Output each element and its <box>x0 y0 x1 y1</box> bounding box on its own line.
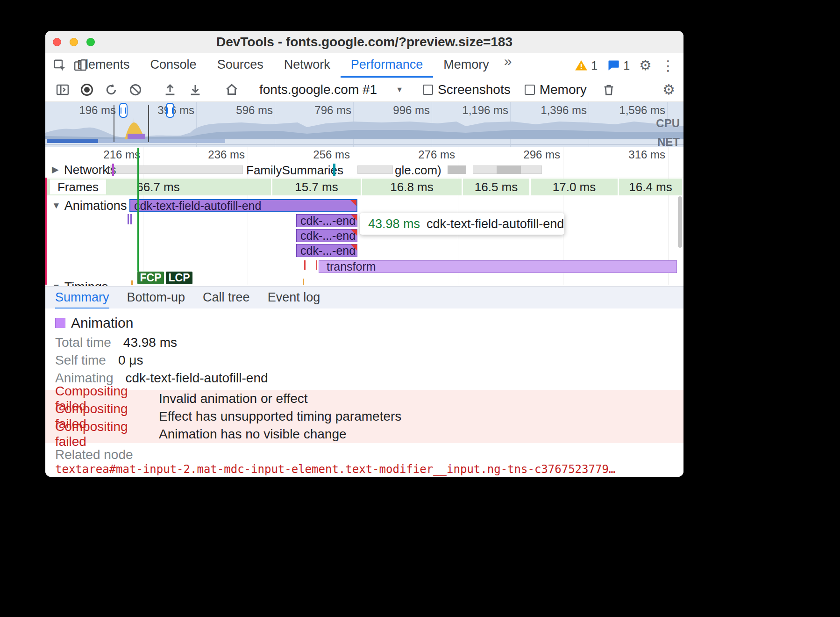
cpu-activity-chart <box>45 114 683 139</box>
overview-marker-line <box>148 105 149 142</box>
warning-description: Animation has no visible change <box>159 427 347 442</box>
overview-time-label: 796 ms <box>288 104 351 117</box>
timings-disclosure-icon[interactable]: ▼ <box>52 282 61 286</box>
memory-checkbox[interactable] <box>525 85 535 95</box>
timeline-overview[interactable]: 196 ms 396 ms 596 ms 796 ms 996 ms 1,196… <box>45 102 683 147</box>
record-icon[interactable] <box>77 80 97 100</box>
tab-event-log[interactable]: Event log <box>268 287 320 309</box>
network-track[interactable]: ▶ Network ts FamilySummaries gle.com) <box>45 162 683 178</box>
animation-bar[interactable]: cdk-...-end <box>296 229 357 242</box>
animation-bar-label: cdk-...-end <box>300 245 356 257</box>
timeline-scrollbar[interactable] <box>678 196 682 248</box>
animation-bar-label: cdk-text-field-autofill-end <box>134 200 261 212</box>
animations-disclosure-icon[interactable]: ▼ <box>52 201 61 211</box>
perf-settings-icon[interactable]: ⚙ <box>662 83 675 97</box>
compositing-warning-icon <box>351 230 357 236</box>
save-profile-icon[interactable] <box>185 80 205 100</box>
tab-call-tree[interactable]: Call tree <box>203 287 250 309</box>
titlebar: DevTools - fonts.google.com/?preview.siz… <box>45 31 683 54</box>
warnings-indicator[interactable]: 1 <box>575 59 598 72</box>
compositing-warnings: Compositing failed Invalid animation or … <box>45 390 683 443</box>
menu-icon[interactable]: ⋮ <box>661 57 675 74</box>
tab-summary[interactable]: Summary <box>55 287 109 309</box>
timeline-panel[interactable]: 216 ms 236 ms 256 ms 276 ms 296 ms 316 m… <box>45 147 683 286</box>
tab-console[interactable]: Console <box>140 53 207 78</box>
network-request-bar[interactable] <box>357 165 393 174</box>
overview-time-label: 1,196 ms <box>445 104 508 117</box>
transform-animation-bar[interactable]: transform <box>319 260 677 273</box>
network-request-bar[interactable] <box>448 165 466 174</box>
network-disclosure-icon[interactable]: ▶ <box>52 164 59 175</box>
animation-bar-label: cdk-...-end <box>300 230 356 242</box>
settings-icon[interactable]: ⚙ <box>639 58 652 72</box>
session-selector[interactable]: fonts.google.com #1 <box>259 82 377 97</box>
network-request-label: FamilySummaries <box>246 163 343 178</box>
load-profile-icon[interactable] <box>160 80 180 100</box>
tab-bottom-up[interactable]: Bottom-up <box>127 287 185 309</box>
screenshots-label: Screenshots <box>438 82 511 97</box>
overview-time-label: 396 ms <box>131 104 194 117</box>
network-request-bar[interactable] <box>108 165 243 174</box>
warning-description: Invalid animation or effect <box>159 391 308 406</box>
screenshots-option[interactable]: Screenshots <box>423 82 511 97</box>
total-time-value: 43.98 ms <box>123 335 177 350</box>
frames-track[interactable]: 66.7 ms 15.7 ms 16.8 ms 16.5 ms 17.0 ms … <box>45 179 683 195</box>
animation-start-tick <box>130 214 132 224</box>
memory-checkbox-label: Memory <box>540 82 587 97</box>
overview-marker-line <box>114 105 114 142</box>
animations-track[interactable]: ▼ Animations cdk-text-field-autofill-end… <box>45 195 683 286</box>
tab-performance[interactable]: Performance <box>341 53 434 78</box>
tab-memory[interactable]: Memory <box>433 53 499 78</box>
chevron-down-icon[interactable]: ▼ <box>396 86 403 94</box>
collect-garbage-icon[interactable] <box>599 80 619 100</box>
compositing-warning-icon <box>351 244 357 251</box>
related-node-selector[interactable]: textarea#mat-input-2.mat-mdc-input-eleme… <box>45 463 683 476</box>
reload-record-icon[interactable] <box>101 80 121 100</box>
tab-sources[interactable]: Sources <box>207 53 274 78</box>
clear-icon[interactable] <box>126 80 145 100</box>
net-baseline <box>45 144 683 145</box>
window-title: DevTools - fonts.google.com/?preview.siz… <box>45 31 683 53</box>
lcp-badge[interactable]: LCP <box>166 272 192 284</box>
device-toolbar-icon[interactable] <box>70 53 91 78</box>
total-time-label: Total time <box>55 335 111 350</box>
memory-option[interactable]: Memory <box>525 82 587 97</box>
summary-row: Total time 43.98 ms <box>45 334 683 352</box>
animation-bar-main[interactable]: cdk-text-field-autofill-end <box>129 199 357 212</box>
frame-segment[interactable]: 15.7 ms <box>272 179 361 195</box>
inspect-icon[interactable] <box>49 53 71 78</box>
range-handle-right[interactable] <box>166 103 174 118</box>
network-request-bar[interactable] <box>473 165 542 174</box>
frame-segment[interactable]: 16.8 ms <box>362 179 462 195</box>
self-time-value: 0 μs <box>118 353 143 368</box>
compositing-warning-icon <box>351 215 357 221</box>
more-tabs-icon[interactable]: » <box>499 53 517 78</box>
overview-time-label: 1,396 ms <box>523 104 587 117</box>
net-activity-bar <box>47 139 98 143</box>
devtools-window: DevTools - fonts.google.com/?preview.siz… <box>45 31 683 477</box>
net-activity-bar <box>98 139 225 143</box>
screenshots-checkbox[interactable] <box>423 85 433 95</box>
tooltip-duration: 43.98 ms <box>368 217 420 231</box>
frames-track-label: Frames <box>50 179 106 194</box>
tab-network[interactable]: Network <box>274 53 341 78</box>
animation-bar[interactable]: cdk-...-end <box>296 214 357 227</box>
message-count: 1 <box>623 59 630 72</box>
sidebar-toggle-icon[interactable] <box>53 80 72 100</box>
ruler-label: 296 ms <box>490 148 560 161</box>
animations-track-header[interactable]: ▼ Animations <box>52 199 127 212</box>
frame-segment[interactable]: 16.4 ms <box>619 179 682 195</box>
range-handle-left[interactable] <box>119 103 128 118</box>
fcp-badge[interactable]: FCP <box>137 272 164 284</box>
cpu-label: CPU <box>656 117 680 130</box>
home-icon[interactable] <box>222 80 242 100</box>
timings-track-header[interactable]: ▼ Timings <box>52 280 108 286</box>
summary-panel: Animation Total time 43.98 ms Self time … <box>45 308 683 477</box>
summary-row: Self time 0 μs <box>45 352 683 369</box>
messages-indicator[interactable]: 1 <box>607 59 630 72</box>
animation-bar[interactable]: cdk-...-end <box>296 244 357 257</box>
frame-segment[interactable]: 16.5 ms <box>463 179 529 195</box>
related-node-label: Related node <box>45 447 683 463</box>
style-recalc-tick <box>316 260 317 270</box>
frame-segment[interactable]: 17.0 ms <box>531 179 618 195</box>
